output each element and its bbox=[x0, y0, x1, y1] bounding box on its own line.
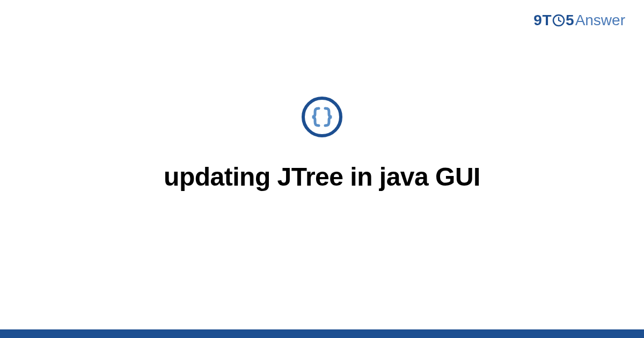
braces-icon bbox=[301, 95, 343, 141]
footer-accent-bar bbox=[0, 329, 644, 338]
page-title: updating JTree in java GUI bbox=[164, 162, 480, 192]
svg-point-3 bbox=[303, 98, 341, 136]
main-content: updating JTree in java GUI bbox=[0, 0, 644, 338]
